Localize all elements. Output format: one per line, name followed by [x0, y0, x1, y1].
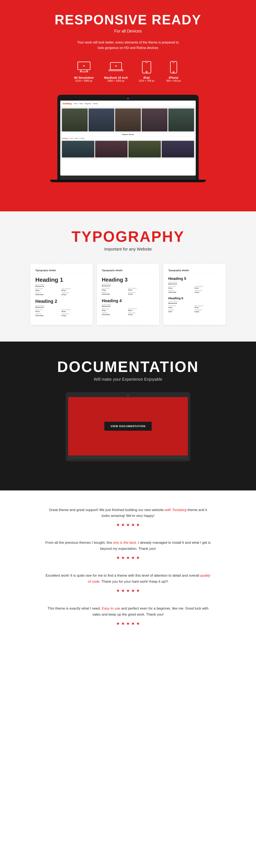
documentation-section: DOCUMENTATION Will make your Experience … — [0, 342, 256, 490]
star-2: ★ — [121, 621, 125, 626]
h4-lh-key: LINE HEIGHT — [128, 308, 154, 309]
testimonial-4-text: This theme is exactly what I need. Easy … — [45, 606, 211, 618]
h1-size-key: FONT SIZE — [35, 288, 62, 289]
typography-card-1-title: Typography details — [35, 269, 88, 273]
laptop-logo: tonsberg — [63, 102, 72, 105]
doc-laptop-mockup: VIEW DOCUMENTATION — [66, 392, 190, 461]
h1-lh-val: 52 px — [62, 289, 88, 291]
h5-lh-key: LINE HEIGHT — [194, 286, 221, 287]
device-5k-name: 5K Resolution — [74, 76, 94, 79]
h6-size-val: 20 px — [168, 307, 194, 308]
star-2: ★ — [121, 555, 125, 560]
typography-cards: Typography details Heading 1 FONT FAMILY… — [8, 264, 248, 325]
h4-family-val: Montserrat — [102, 305, 154, 307]
h2-tracking-key: TRACKING — [62, 313, 88, 315]
phone-icon — [165, 61, 182, 73]
typography-h2-entry: Heading 2 FONT FAMILY Montserrat FONT SI… — [35, 299, 88, 316]
typography-card-1: Typography details Heading 1 FONT FAMILY… — [30, 264, 93, 325]
h6-weight-val: bold — [168, 311, 194, 313]
device-iphone: iPhone 960 × 640 px — [165, 61, 182, 82]
h3-weight-key: WEIGHT — [102, 292, 128, 293]
h6-tracking-val: 0,5 px — [194, 311, 221, 313]
star-1: ★ — [116, 588, 120, 593]
typography-h6-entry: Heading 6 FONT FAMILY Montserrat FONT SI… — [168, 297, 221, 313]
typography-h1-label: Heading 1 — [35, 277, 88, 283]
h3-family-key: FONT FAMILY — [102, 283, 154, 285]
doc-laptop-outer: VIEW DOCUMENTATION — [66, 392, 190, 459]
h4-size-val: 28 px — [102, 309, 128, 311]
star-3: ★ — [126, 522, 130, 527]
device-ipad-name: iPad — [143, 76, 150, 79]
star-3: ★ — [126, 588, 130, 593]
typography-h5-label: Heading 5 — [168, 277, 221, 281]
typography-h1-entry: Heading 1 FONT FAMILY Montserrat FONT SI… — [35, 277, 88, 296]
device-macbook: MacBook 15 inch 2880 × 1800 px — [104, 61, 128, 82]
h4-tracking-key: TRACKING — [128, 312, 154, 314]
device-iphone-res: 960 × 640 px — [166, 79, 181, 82]
star-5: ★ — [136, 522, 140, 527]
laptop-nav-item-3: Magazine — [85, 103, 91, 104]
doc-laptop-base — [68, 456, 188, 459]
svg-line-2 — [87, 70, 87, 72]
h2-family-key: FONT FAMILY — [35, 305, 88, 306]
h4-family-key: FONT FAMILY — [102, 304, 154, 305]
laptop-nav-item-2: About — [79, 103, 83, 104]
typography-h4-entry: Heading 4 FONT FAMILY Montserrat FONT SI… — [102, 299, 154, 315]
testimonial-2-stars: ★ ★ ★ ★ ★ — [31, 555, 225, 560]
testimonial-4-highlight: Easy to use — [102, 607, 120, 610]
h6-lh-key: LINE HEIGHT — [194, 305, 221, 307]
typography-h2-label: Heading 2 — [35, 299, 88, 304]
svg-point-9 — [146, 71, 147, 72]
h6-family-key: FONT FAMILY — [168, 301, 221, 302]
typography-card-2-title: Typography details — [102, 269, 154, 273]
h5-family-key: FONT FAMILY — [168, 282, 221, 283]
testimonial-1-stars: ★ ★ ★ ★ ★ — [31, 522, 225, 527]
testimonial-3-text-before: Excellent work! It is quite rare for me … — [46, 574, 200, 578]
responsive-section: RESPONSIVE READY For all Devices Your wo… — [0, 0, 256, 211]
star-2: ★ — [121, 588, 125, 593]
typography-card-2: Typography details Heading 3 FONT FAMILY… — [97, 264, 159, 325]
typography-subtitle: Important for any Website — [8, 247, 248, 252]
typography-card-3-title: Typography details — [168, 269, 221, 273]
testimonial-4: This theme is exactly what I need. Easy … — [31, 606, 225, 626]
h1-size-val: 48 px — [35, 289, 62, 291]
testimonials-section: Great theme and great support! We just f… — [0, 490, 256, 655]
device-5k-res: 5120 × 2880 px — [75, 79, 93, 82]
h5-tracking-key: TRACKING — [194, 290, 221, 291]
laptop-mockup: tonsberg Home About Magazine Contact — [57, 95, 199, 180]
laptop-screen: tonsberg Home About Magazine Contact — [60, 101, 196, 176]
device-grid: 5K Resolution 5120 × 2880 px MacBook 15 … — [8, 61, 248, 82]
device-ipad-res: 1024 × 768 px — [139, 79, 154, 82]
star-4: ★ — [131, 555, 135, 560]
doc-laptop-camera — [127, 395, 129, 396]
svg-rect-6 — [109, 70, 123, 71]
h1-family-val: Montserrat — [35, 285, 88, 287]
doc-laptop-screen: VIEW DOCUMENTATION — [68, 397, 188, 456]
testimonial-1-highlight: with Tonsberg — [165, 508, 187, 512]
h2-weight-val: extra-bold — [35, 315, 62, 316]
responsive-subtitle: For all Devices — [8, 29, 248, 34]
star-4: ★ — [131, 621, 135, 626]
typography-h5-entry: Heading 5 FONT FAMILY Montserrat FONT SI… — [168, 277, 221, 293]
typography-section: TYPOGRAPHY Important for any Website Typ… — [0, 211, 256, 342]
h1-tracking-val: 0,5 px — [62, 293, 88, 296]
view-documentation-button[interactable]: VIEW DOCUMENTATION — [104, 422, 152, 431]
laptop-camera — [127, 98, 129, 99]
h6-lh-val: 30 px — [194, 307, 221, 308]
testimonial-2: From all the previous themes I bought, t… — [31, 540, 225, 560]
testimonial-2-text-before: From all the previous themes I bought, t… — [45, 540, 113, 545]
h4-weight-key: WEIGHT — [102, 312, 128, 314]
svg-point-4 — [83, 65, 84, 66]
h5-tracking-val: 0,5 px — [194, 291, 221, 293]
h5-weight-key: WEIGHT — [168, 290, 194, 291]
laptop-nav-item-4: Contact — [93, 103, 98, 104]
h6-tracking-key: TRACKING — [194, 309, 221, 311]
typography-h3-label: Heading 3 — [102, 277, 154, 283]
h4-weight-val: extra-bold — [102, 314, 128, 315]
h4-lh-val: 38 px — [128, 309, 154, 311]
h3-tracking-key: TRACKING — [128, 292, 154, 293]
h3-lh-val: 42 px — [128, 289, 154, 291]
svg-line-1 — [80, 70, 81, 72]
testimonial-2-highlight: one is the best. — [113, 540, 137, 545]
laptop-nav-items: Home About Magazine Contact — [74, 103, 98, 104]
